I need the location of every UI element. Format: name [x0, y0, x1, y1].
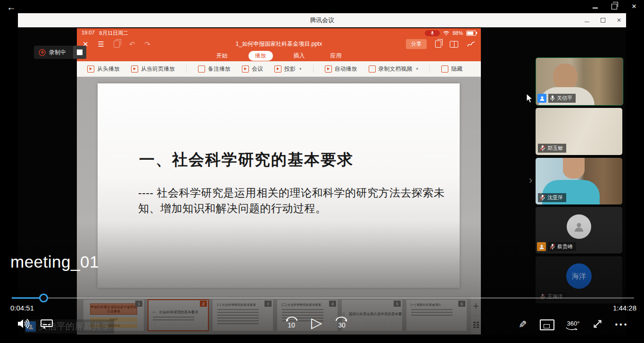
- elapsed-time: 0:04:51: [10, 304, 34, 312]
- captions-button[interactable]: [41, 319, 53, 331]
- slide-sorter-button[interactable]: [471, 316, 481, 335]
- presenter-badge-icon: [537, 94, 546, 103]
- mic-muted-icon: [540, 294, 545, 300]
- skip-forward-button[interactable]: 30: [333, 315, 350, 331]
- hide-button[interactable]: 隐藏: [441, 65, 462, 73]
- battery-percent: 88%: [453, 30, 463, 36]
- restore-icon[interactable]: [611, 4, 617, 9]
- project-button[interactable]: 投影▾: [274, 65, 302, 73]
- fullscreen-icon: [593, 319, 603, 329]
- thumb2-title: 一、社会科学研究的基本要求: [152, 310, 198, 315]
- rotate-360-label: 360°: [567, 320, 580, 327]
- tab-apps[interactable]: 应用: [326, 51, 347, 61]
- participant-tile-shenyaping[interactable]: 沈亚萍: [536, 158, 622, 204]
- ppt-toolbar: 从头播放 从当前页播放 备注播放 会议 投影▾ 自动播放 录制文档视频▾ 隐藏: [77, 61, 481, 77]
- video-player-window: ← ✕ 腾讯会议 ✕ 19:07 8月11日周二 88%: [0, 0, 644, 343]
- play-button[interactable]: ▷: [311, 315, 322, 331]
- status-time: 19:07: [82, 30, 95, 37]
- slide-body-text: ---- 社会科学研究是运用相关的理论和科学的研究方法去探索未知、增加知识和解决…: [138, 185, 447, 216]
- play-from-start-button[interactable]: 从头播放: [87, 65, 120, 73]
- skip-back-button[interactable]: 10: [283, 315, 300, 331]
- save-icon[interactable]: [114, 41, 120, 48]
- volume-button[interactable]: [17, 318, 30, 332]
- meeting-close-icon: ✕: [617, 17, 621, 24]
- redo-icon[interactable]: ↷: [145, 40, 151, 49]
- current-slide: 一、社会科学研究的基本要求 ---- 社会科学研究是运用相关的理论和科学的研究方…: [98, 83, 460, 288]
- tab-home[interactable]: 开始: [212, 51, 232, 61]
- hide-icon: [441, 65, 448, 73]
- ppt-menu-icon[interactable]: ☰: [98, 40, 104, 49]
- play-from-current-icon: [131, 65, 138, 73]
- back-icon[interactable]: ←: [7, 2, 16, 13]
- participant-tile-wanghaiyang[interactable]: 海洋 王海洋: [536, 256, 622, 303]
- ppt-ribbon-tabs: 开始 播放 插入 应用: [77, 50, 481, 61]
- stop-icon: [77, 49, 83, 55]
- participant-tile-guanxinping[interactable]: 关信平: [536, 57, 623, 106]
- meeting-minimize-icon: [585, 19, 589, 22]
- mic-muted-icon: [540, 195, 545, 201]
- toolbar-divider: [429, 65, 430, 73]
- toolbar-divider: [186, 65, 187, 73]
- slide-thumbnail-6[interactable]: (一) 国家社科基金简介 6: [406, 300, 467, 331]
- undo-icon[interactable]: ↶: [129, 40, 135, 49]
- autoplay-button[interactable]: 自动播放: [325, 65, 357, 73]
- mini-player-button[interactable]: [540, 319, 554, 330]
- slide-number-badge: 5: [394, 301, 401, 307]
- rotate-360-button[interactable]: 360°: [567, 320, 580, 330]
- rotate-arrow-icon: [565, 327, 578, 331]
- transport-controls: 10 ▷ 30: [283, 315, 350, 331]
- participant-tile-zhengyumin[interactable]: 郑玉敏: [536, 108, 622, 155]
- player-window-controls: ✕: [593, 3, 637, 9]
- sidebar-expand-chevron-icon[interactable]: ›: [529, 174, 532, 187]
- tab-insert[interactable]: 插入: [289, 51, 310, 61]
- tab-play[interactable]: 播放: [248, 51, 273, 61]
- slide-thumbnail-5[interactable]: 二、国家社科基金简介及申请的基本要求 5: [342, 300, 402, 331]
- play-from-current-button[interactable]: 从当前页播放: [131, 65, 175, 73]
- recording-mic-pill-icon: [425, 30, 440, 36]
- participant-name: 蔡贵峰: [557, 243, 573, 250]
- video-title: meeting_01: [10, 253, 99, 271]
- add-slide-button[interactable]: +: [471, 297, 481, 316]
- mic-on-icon: [550, 95, 555, 101]
- seek-bar-progress: [12, 297, 43, 299]
- notes-play-icon: [198, 65, 205, 73]
- meeting-titlebar: 腾讯会议 ✕: [18, 13, 626, 27]
- draw-button[interactable]: ✎: [519, 319, 527, 330]
- copy-icon[interactable]: [435, 41, 441, 48]
- ink-pen-icon[interactable]: [467, 41, 475, 48]
- notes-play-button[interactable]: 备注播放: [198, 65, 231, 73]
- project-icon: [274, 65, 281, 73]
- volume-icon: [17, 318, 30, 330]
- screen-share-tag: 关信平的屏幕共享: [25, 319, 114, 334]
- chevron-down-icon: ▾: [299, 66, 302, 71]
- host-badge-icon: [537, 242, 546, 251]
- thumb5-title: 二、国家社科基金简介及申请的基本要求: [342, 312, 402, 317]
- meeting-button[interactable]: 会议: [242, 65, 263, 73]
- filmstrip-rail: +: [471, 297, 481, 335]
- status-date: 8月11日周二: [99, 30, 129, 37]
- seek-bar[interactable]: [12, 297, 634, 299]
- slide-thumbnail-2-selected[interactable]: 一、社会科学研究的基本要求 2: [148, 300, 208, 331]
- total-duration: 1:44:28: [613, 304, 636, 312]
- recording-label: 录制中: [49, 49, 70, 57]
- reading-view-icon[interactable]: [450, 41, 458, 48]
- fullscreen-button[interactable]: [593, 319, 603, 331]
- record-doc-video-button[interactable]: 录制文档视频▾: [369, 65, 419, 73]
- slide-number-badge: 2: [200, 301, 207, 307]
- avatar: 海洋: [566, 263, 592, 289]
- participant-name: 王海洋: [547, 293, 563, 300]
- close-icon[interactable]: ✕: [631, 3, 637, 9]
- seek-handle[interactable]: [39, 294, 48, 302]
- stop-recording-button[interactable]: [73, 46, 86, 59]
- wifi-icon: [443, 31, 449, 35]
- minimize-icon[interactable]: [593, 4, 598, 8]
- participant-name: 郑玉敏: [547, 145, 563, 152]
- share-button[interactable]: 分享: [406, 39, 427, 49]
- slide-thumbnail-3[interactable]: 1-1 社会科学研究的基本要素 3: [213, 300, 273, 331]
- meeting-icon: [242, 65, 249, 73]
- participant-tile-caiguifeng[interactable]: 蔡贵峰: [536, 207, 622, 253]
- thumb3-title: 1-1 社会科学研究的基本要素: [217, 303, 256, 307]
- meeting-restore-icon: [601, 18, 605, 23]
- avatar-text: 海洋: [572, 272, 586, 281]
- more-options-button[interactable]: •••: [615, 320, 629, 329]
